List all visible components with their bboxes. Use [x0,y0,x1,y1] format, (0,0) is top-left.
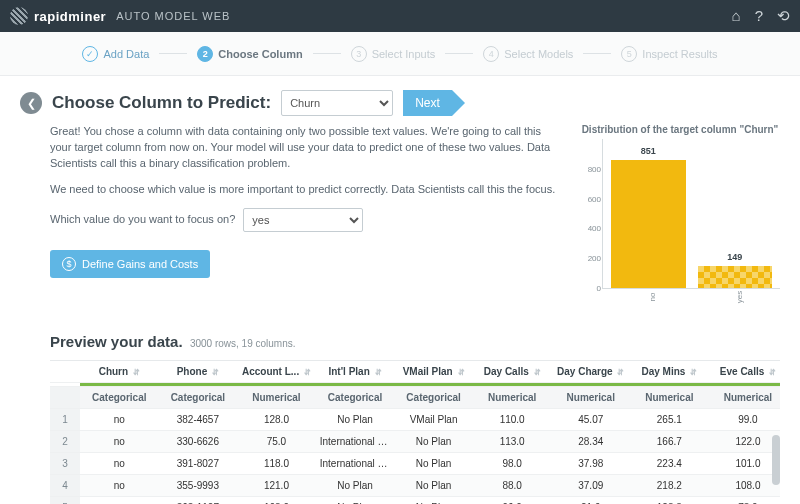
brand-name: rapidminer [34,9,106,24]
help-icon[interactable]: ? [755,7,763,25]
focus-prompt: Which value do you want to focus on? [50,212,235,228]
table-row: 1no382-4657128.0No PlanVMail Plan110.045… [50,409,780,431]
home-icon[interactable]: ⌂ [732,7,741,25]
refresh-icon[interactable]: ⟲ [777,7,790,25]
wizard-steps: ✓Add Data 2Choose Column 3Select Inputs … [0,32,800,76]
dollar-icon: $ [62,257,76,271]
column-type: Categorical [394,387,473,409]
target-distribution-chart: Distribution of the target column "Churn… [580,124,780,309]
data-preview-table: Churn ⇵Phone ⇵Account L... ⇵Int'l Plan ⇵… [50,360,780,504]
step-select-models: 4Select Models [483,46,573,62]
step-add-data[interactable]: ✓Add Data [82,46,149,62]
column-type: Numerical [709,387,780,409]
page-title: Choose Column to Predict: [52,93,271,113]
logo-icon [10,7,28,25]
chart-title: Distribution of the target column "Churn… [580,124,780,135]
focus-value-select[interactable]: yes [243,208,363,232]
column-type: Numerical [473,387,552,409]
column-type: Numerical [237,387,316,409]
column-type: Categorical [316,387,395,409]
brand-subtitle: AUTO MODEL WEB [116,10,230,22]
sort-icon[interactable]: ⇵ [212,368,219,377]
topbar: rapidminer AUTO MODEL WEB ⌂ ? ⟲ [0,0,800,32]
sort-icon[interactable]: ⇵ [617,368,624,377]
column-header[interactable]: Account L... ⇵ [237,361,316,383]
sort-icon[interactable]: ⇵ [690,368,697,377]
step-choose-column[interactable]: 2Choose Column [197,46,302,62]
logo: rapidminer AUTO MODEL WEB [10,7,230,25]
description-2: We need to choose which value is more im… [50,182,560,198]
next-button[interactable]: Next [403,90,452,116]
column-type: Numerical [630,387,709,409]
step-select-inputs: 3Select Inputs [351,46,436,62]
preview-meta: 3000 rows, 19 columns. [190,338,296,349]
table-row: 5no363-1107168.0No PlanNo Plan96.021.912… [50,497,780,505]
table-scrollbar[interactable] [772,435,780,485]
description-1: Great! You chose a column with data cont… [50,124,560,172]
column-type: Numerical [551,387,630,409]
table-row: 2no330-662675.0International PlanNo Plan… [50,431,780,453]
sort-icon[interactable]: ⇵ [458,368,465,377]
column-header[interactable]: Day Charge ⇵ [551,361,630,383]
table-row: 3no391-8027118.0International PlanNo Pla… [50,453,780,475]
column-header[interactable]: VMail Plan ⇵ [394,361,473,383]
table-row: 4no355-9993121.0No PlanNo Plan88.037.092… [50,475,780,497]
sort-icon[interactable]: ⇵ [304,368,311,377]
back-button[interactable]: ❮ [20,92,42,114]
sort-icon[interactable]: ⇵ [534,368,541,377]
sort-icon[interactable]: ⇵ [133,368,140,377]
column-header[interactable]: Eve Calls ⇵ [709,361,780,383]
column-header[interactable]: Day Mins ⇵ [630,361,709,383]
preview-title: Preview your data. [50,333,183,350]
column-type: Categorical [80,387,159,409]
step-inspect-results: 5Inspect Results [621,46,717,62]
column-header[interactable]: Phone ⇵ [159,361,238,383]
sort-icon[interactable]: ⇵ [375,368,382,377]
define-gains-costs-button[interactable]: $ Define Gains and Costs [50,250,210,278]
target-column-select[interactable]: Churn [281,90,393,116]
sort-icon[interactable]: ⇵ [769,368,776,377]
column-header[interactable]: Day Calls ⇵ [473,361,552,383]
column-header[interactable]: Int'l Plan ⇵ [316,361,395,383]
column-header[interactable]: Churn ⇵ [80,361,159,383]
column-type: Categorical [159,387,238,409]
